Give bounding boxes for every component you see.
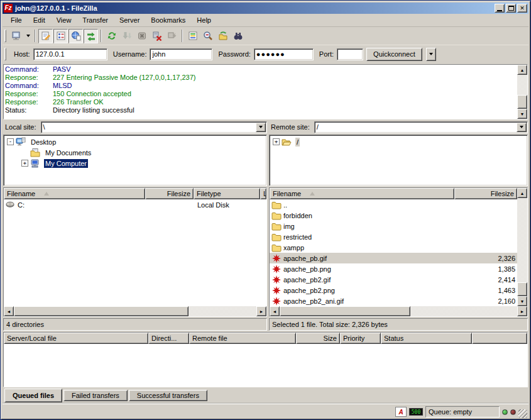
- local-list-body[interactable]: C: Local Disk: [4, 199, 266, 306]
- toggle-message-log-button[interactable]: [38, 29, 53, 43]
- menu-server[interactable]: Server: [114, 15, 145, 25]
- remote-list-body[interactable]: .. forbidden img: [270, 199, 517, 306]
- tab-queued-files[interactable]: Queued files: [4, 389, 62, 402]
- tree-item-my-computer[interactable]: + My Computer: [4, 158, 266, 169]
- queue-column-priority[interactable]: Priority: [340, 333, 381, 344]
- remote-column-filesize[interactable]: Filesize: [454, 188, 517, 199]
- reconnect-button[interactable]: [165, 29, 179, 43]
- local-site-dropdown[interactable]: [256, 123, 266, 132]
- tree-item-my-documents[interactable]: My Documents: [4, 147, 266, 158]
- scroll-right-icon[interactable]: ►: [517, 306, 527, 316]
- filter-button[interactable]: [185, 29, 200, 43]
- password-input[interactable]: [254, 48, 314, 60]
- queue-column-direction[interactable]: Directi...: [148, 333, 189, 344]
- menu-edit[interactable]: Edit: [28, 15, 51, 25]
- remote-file-row[interactable]: ..: [270, 199, 517, 210]
- menu-view[interactable]: View: [51, 15, 77, 25]
- local-column-filename[interactable]: Filename: [4, 188, 145, 199]
- expand-icon[interactable]: +: [21, 160, 28, 167]
- menu-help[interactable]: Help: [191, 15, 217, 25]
- site-manager-dropdown[interactable]: [24, 29, 32, 43]
- remote-site-combo[interactable]: /: [314, 121, 528, 133]
- resize-grip[interactable]: [518, 409, 527, 418]
- local-hscroll-thumb[interactable]: [14, 306, 189, 316]
- tab-successful-transfers[interactable]: Successful transfers: [129, 390, 207, 401]
- queue-icon: [86, 31, 96, 41]
- remote-hscroll-thumb[interactable]: [280, 306, 410, 316]
- remote-column-filename[interactable]: Filename: [270, 188, 454, 199]
- disconnect-button[interactable]: [150, 29, 164, 43]
- tab-failed-transfers[interactable]: Failed transfers: [63, 390, 128, 401]
- tree-item-desktop[interactable]: - Desktop: [4, 136, 266, 147]
- scroll-left-icon[interactable]: ◄: [270, 306, 280, 316]
- directory-comparison-button[interactable]: [200, 29, 215, 43]
- log-line: Response:227 Entering Passive Mode (127,…: [5, 74, 516, 82]
- port-input[interactable]: [337, 48, 363, 60]
- quickconnect-gripper[interactable]: [4, 48, 6, 60]
- directory-comparison-icon: [203, 31, 213, 41]
- local-column-lastmodified[interactable]: L: [260, 188, 266, 199]
- remote-file-row[interactable]: apache_pb2.png 1,463: [270, 285, 517, 296]
- scroll-left-icon[interactable]: ◄: [4, 306, 14, 316]
- close-button[interactable]: ✕: [517, 4, 527, 13]
- process-queue-button[interactable]: [119, 29, 134, 43]
- toggle-remote-tree-button[interactable]: [68, 29, 83, 43]
- minimize-button[interactable]: [495, 4, 505, 13]
- quickconnect-button[interactable]: Quickconnect: [366, 48, 422, 61]
- host-input[interactable]: [33, 48, 107, 60]
- title-bar[interactable]: Fz john@127.0.0.1 - FileZilla ✕: [3, 3, 528, 14]
- username-input[interactable]: [150, 48, 212, 60]
- scroll-down-icon[interactable]: ▼: [517, 109, 527, 119]
- scroll-up-icon[interactable]: ▲: [517, 65, 527, 75]
- remote-file-row-selected[interactable]: apache_pb.gif 2,326: [270, 253, 517, 263]
- toggle-local-tree-button[interactable]: [53, 29, 68, 43]
- site-manager-button[interactable]: [9, 29, 23, 43]
- remote-file-row[interactable]: img: [270, 221, 517, 231]
- toggle-queue-button[interactable]: [84, 29, 98, 43]
- maximize-button[interactable]: [506, 4, 516, 13]
- remote-file-row[interactable]: apache_pb2.gif 2,414: [270, 274, 517, 285]
- remote-file-row[interactable]: apache_pb2_ani.gif 2,160: [270, 296, 517, 306]
- local-column-filesize[interactable]: Filesize: [145, 188, 194, 199]
- local-site-combo[interactable]: \: [41, 121, 267, 133]
- collapse-icon[interactable]: -: [7, 138, 14, 145]
- message-log-body[interactable]: Command:PASV Response:227 Entering Passi…: [4, 65, 517, 119]
- log-scroll-thumb[interactable]: [517, 95, 527, 109]
- local-horizontal-scrollbar[interactable]: ◄ ►: [4, 306, 266, 316]
- queue-column-local-file[interactable]: Server/Local file: [4, 333, 148, 344]
- scroll-right-icon[interactable]: ►: [256, 306, 266, 316]
- local-file-row[interactable]: C: Local Disk: [4, 199, 266, 210]
- local-column-filetype[interactable]: Filetype: [194, 188, 260, 199]
- remote-file-row[interactable]: forbidden: [270, 210, 517, 221]
- scroll-up-icon[interactable]: ▲: [517, 188, 527, 198]
- queue-body[interactable]: [4, 344, 527, 387]
- menu-file[interactable]: File: [5, 15, 28, 25]
- message-log-icon: [41, 31, 51, 41]
- scroll-down-icon[interactable]: ▼: [517, 296, 527, 306]
- queue-column-size[interactable]: Size: [296, 333, 340, 344]
- transfer-type-indicator[interactable]: A: [395, 407, 407, 417]
- remote-file-row[interactable]: apache_pb.png 1,385: [270, 263, 517, 274]
- remote-site-dropdown[interactable]: [517, 123, 527, 132]
- menu-bookmarks[interactable]: Bookmarks: [145, 15, 191, 25]
- app-icon[interactable]: Fz: [4, 4, 13, 13]
- refresh-button[interactable]: [104, 29, 119, 43]
- remote-file-row[interactable]: xampp: [270, 242, 517, 253]
- remote-vscroll-thumb[interactable]: [517, 282, 527, 296]
- synchronized-browsing-button[interactable]: [216, 29, 230, 43]
- log-scrollbar[interactable]: ▲ ▼: [517, 65, 527, 119]
- tree-item-root[interactable]: + /: [270, 136, 527, 147]
- queue-column-remote-file[interactable]: Remote file: [189, 333, 296, 344]
- remote-horizontal-scrollbar[interactable]: ◄ ►: [270, 306, 527, 316]
- expand-icon[interactable]: +: [273, 138, 280, 145]
- apache-feather-icon: [271, 253, 282, 263]
- toolbar-gripper[interactable]: [4, 30, 6, 42]
- quickconnect-dropdown[interactable]: [426, 48, 436, 61]
- queue-column-status[interactable]: Status: [381, 333, 472, 344]
- remote-file-row[interactable]: restricted: [270, 231, 517, 242]
- remote-vertical-scrollbar[interactable]: ▲ ▼: [517, 188, 527, 306]
- speed-limit-indicator[interactable]: 500: [409, 408, 423, 416]
- find-files-button[interactable]: [231, 29, 245, 43]
- cancel-button[interactable]: [134, 29, 149, 43]
- menu-transfer[interactable]: Transfer: [77, 15, 114, 25]
